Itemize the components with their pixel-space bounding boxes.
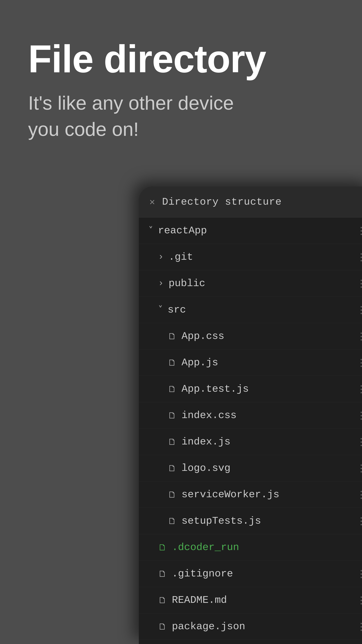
file-name: public <box>169 278 205 289</box>
more-vert-icon[interactable]: ⋮ <box>356 516 362 527</box>
file-name: App.js <box>181 357 218 368</box>
more-vert-icon[interactable]: ⋮ <box>356 594 362 606</box>
page-wrapper: File directory It's like any other devic… <box>0 0 362 644</box>
more-vert-icon[interactable]: ⋮ <box>356 621 362 632</box>
chevron-down-icon: ˅ <box>158 304 163 316</box>
file-item-left: › .git <box>158 251 193 263</box>
more-vert-icon[interactable]: ⋮ <box>356 462 362 474</box>
file-item-left: 🗋 logo.svg <box>168 462 230 474</box>
more-vert-icon[interactable]: ⋮ <box>356 436 362 448</box>
more-vert-icon[interactable]: ⋮ <box>356 304 362 316</box>
file-item[interactable]: 🗋 App.test.js ⋮ <box>139 376 362 402</box>
file-item-left: 🗋 setupTests.js <box>168 515 261 527</box>
file-item[interactable]: › public ⋮ <box>139 270 362 297</box>
more-vert-icon[interactable]: ⋮ <box>356 330 362 342</box>
file-item-left: 🗋 .dcoder_run <box>158 542 239 553</box>
file-name: App.css <box>181 330 224 342</box>
file-item[interactable]: 🗋 index.js ⋮ <box>139 429 362 455</box>
file-icon: 🗋 <box>168 490 177 500</box>
more-vert-icon[interactable]: ⋮ <box>356 252 362 263</box>
file-item[interactable]: ˅ src ⋮ <box>139 297 362 323</box>
file-name: logo.svg <box>181 462 230 474</box>
file-item-left: ˅ reactApp <box>149 225 207 236</box>
file-item[interactable]: 🗋 setupTests.js ⋮ <box>139 508 362 534</box>
file-item-left: 🗋 App.css <box>168 330 224 342</box>
file-item-left: 🗋 README.md <box>158 594 227 606</box>
chevron-right-icon: › <box>158 252 164 262</box>
file-item[interactable]: 🗋 serviceWorker.js ⋮ <box>139 482 362 508</box>
subtitle: It's like any other device you code on! <box>28 90 257 142</box>
file-item-left: ˅ src <box>158 304 186 316</box>
file-item-left: › public <box>158 278 205 289</box>
file-icon: 🗋 <box>168 463 177 473</box>
file-item[interactable]: › .git ⋮ <box>139 244 362 270</box>
file-item[interactable]: 🗋 index.css ⋮ <box>139 402 362 429</box>
panel-header: × Directory structure <box>139 186 362 218</box>
file-name: serviceWorker.js <box>181 489 279 500</box>
file-list: ˅ reactApp ⋮ › .git ⋮ › <box>139 218 362 644</box>
file-name: package.json <box>172 621 245 632</box>
file-item[interactable]: 🗋 yarn.lock ⋮ <box>139 640 362 644</box>
file-name: setupTests.js <box>181 515 261 527</box>
file-name: index.js <box>181 436 230 448</box>
file-item[interactable]: 🗋 README.md ⋮ <box>139 587 362 614</box>
file-item-left: 🗋 index.css <box>168 410 236 421</box>
file-item[interactable]: 🗋 App.js ⋮ <box>139 350 362 376</box>
file-icon: 🗋 <box>158 542 167 552</box>
file-icon: 🗋 <box>168 516 177 526</box>
file-item-left: 🗋 index.js <box>168 436 230 448</box>
file-item-left: 🗋 package.json <box>158 621 245 632</box>
device-frame: × Directory structure ˅ reactApp ⋮ › <box>139 186 362 644</box>
panel-title: Directory structure <box>162 196 282 208</box>
file-icon: 🗋 <box>168 410 177 420</box>
file-item[interactable]: 🗋 App.css ⋮ <box>139 323 362 350</box>
file-item[interactable]: 🗋 .dcoder_run <box>139 534 362 560</box>
file-icon: 🗋 <box>158 622 167 632</box>
file-item[interactable]: ˅ reactApp ⋮ <box>139 218 362 244</box>
file-icon: 🗋 <box>158 595 167 605</box>
chevron-right-icon: › <box>158 278 164 288</box>
file-name: App.test.js <box>181 383 249 395</box>
file-name: .git <box>169 251 193 263</box>
more-vert-icon[interactable]: ⋮ <box>356 410 362 421</box>
device-container: × Directory structure ˅ reactApp ⋮ › <box>139 186 362 644</box>
file-name: src <box>168 304 186 316</box>
file-item[interactable]: 🗋 .gitignore ⋮ <box>139 560 362 587</box>
file-item[interactable]: 🗋 logo.svg ⋮ <box>139 455 362 482</box>
more-vert-icon[interactable]: ⋮ <box>356 357 362 368</box>
close-button[interactable]: × <box>149 196 155 208</box>
chevron-down-icon: ˅ <box>149 225 153 236</box>
file-name: .dcoder_run <box>172 542 239 553</box>
file-icon: 🗋 <box>168 437 177 447</box>
file-icon: 🗋 <box>158 569 167 579</box>
file-name: index.css <box>181 410 236 421</box>
more-vert-icon[interactable]: ⋮ <box>356 489 362 500</box>
main-title: File directory <box>28 39 334 79</box>
file-item-left: 🗋 serviceWorker.js <box>168 489 279 500</box>
file-item[interactable]: 🗋 package.json ⋮ <box>139 614 362 640</box>
more-vert-icon[interactable]: ⋮ <box>356 568 362 580</box>
file-name: .gitignore <box>172 568 233 580</box>
file-item-left: 🗋 App.test.js <box>168 383 249 395</box>
file-icon: 🗋 <box>168 358 177 368</box>
hero-text-section: File directory It's like any other devic… <box>0 0 362 142</box>
file-icon: 🗋 <box>168 331 177 341</box>
more-vert-icon[interactable]: ⋮ <box>356 384 362 395</box>
more-vert-icon[interactable]: ⋮ <box>356 225 362 236</box>
file-name: reactApp <box>158 225 207 236</box>
more-vert-icon[interactable]: ⋮ <box>356 278 362 289</box>
file-name: README.md <box>172 594 227 606</box>
file-item-left: 🗋 .gitignore <box>158 568 233 580</box>
file-icon: 🗋 <box>168 384 177 394</box>
file-item-left: 🗋 App.js <box>168 357 218 368</box>
